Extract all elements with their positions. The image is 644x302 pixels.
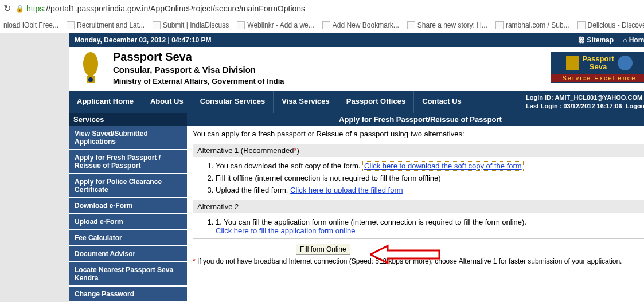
sidebar-item-police-clearance[interactable]: Apply for Police Clearance Certificate [69,174,187,198]
main-panel: Apply for Fresh Passport/Reissue of Pass… [187,113,644,302]
upload-form-link[interactable]: Click here to upload the filled form [290,186,403,194]
content-area: Services View Saved/Submitted Applicatio… [69,113,644,302]
sidebar-item-apply-fresh[interactable]: Apply for Fresh Passport / Reissue of Pa… [69,150,187,174]
url-bar[interactable]: https://portal1.passportindia.gov.in/App… [26,4,305,13]
sidebar-item-upload-eform[interactable]: Upload e-Form [69,214,187,230]
sidebar-header: Services [69,113,187,126]
alt1-step-2: Fill it offline (internet connection is … [216,174,644,182]
sidebar-item-locate-psk[interactable]: Locate Nearest Passport Seva Kendra [69,262,187,287]
bookmark-item[interactable]: rambhai.com / Sub... [495,21,569,29]
alt1-step-3: Upload the filled form. Click here to up… [216,186,644,194]
bookmark-item[interactable]: nload IObit Free... [3,21,58,29]
ministry-label: Ministry of External Affairs, Government… [113,77,284,85]
emblem-small-icon [566,56,579,70]
bookmark-item[interactable]: Share a new story: H... [407,21,487,29]
top-utility-bar: Monday, December 03, 2012 | 04:47:10 PM … [69,33,644,47]
page-icon [577,21,586,29]
alt2-step-1: 1. You can fill the application form onl… [216,218,644,235]
sidebar-item-fee-calculator[interactable]: Fee Calculator [69,230,187,246]
globe-icon [618,56,633,70]
alternative-1-header: Alternative 1 (Recommended*) [193,144,644,157]
page-icon [67,21,75,29]
sidebar-item-change-password[interactable]: Change Password [69,287,187,302]
sidebar-item-download-eform[interactable]: Download e-Form [69,198,187,214]
datetime-label: Monday, December 03, 2012 | 04:47:10 PM [75,36,212,44]
login-info: Login ID: AMIT_HCL001@YAHOO.COM Last Log… [519,91,644,113]
site-subtitle: Consular, Passport & Visa Division [113,65,284,74]
page-icon [153,21,161,29]
nav-consular-services[interactable]: Consular Services [192,91,274,113]
alternative-2-steps: 1. You can fill the application form onl… [216,218,644,235]
disclaimer-text: * If you do not have broadband Internet … [193,257,644,265]
bookmark-item[interactable]: Weblinkr - Add a we... [237,21,314,29]
bookmarks-bar: nload IObit Free... Recruitment and Lat.… [0,17,644,33]
browser-toolbar: ↻ 🔒 https://portal1.passportindia.gov.in… [0,0,644,17]
reload-icon[interactable]: ↻ [3,3,11,14]
bookmark-item[interactable]: Submit | IndiaDiscuss [153,21,229,29]
url-scheme: https [26,4,44,13]
badge-tagline: Service Excellence [551,74,644,82]
sidebar-item-view-applications[interactable]: View Saved/Submitted Applications [69,126,187,150]
alternative-2-header: Alternative 2 [193,200,644,213]
national-emblem-icon [75,49,106,87]
services-sidebar: Services View Saved/Submitted Applicatio… [69,113,187,302]
nav-about-us[interactable]: About Us [142,91,192,113]
main-panel-title: Apply for Fresh Passport/Reissue of Pass… [187,113,644,126]
sidebar-item-document-advisor[interactable]: Document Advisor [69,246,187,262]
passport-seva-badge: PassportSeva Service Excellence [551,52,644,83]
alternative-1-steps: You can download the soft copy of the fo… [216,162,644,194]
page: Monday, December 03, 2012 | 04:47:10 PM … [69,33,644,302]
nav-passport-offices[interactable]: Passport Offices [338,91,414,113]
nav-applicant-home[interactable]: Applicant Home [69,91,142,113]
logout-link[interactable]: Logout [626,103,644,109]
download-form-link[interactable]: Click here to download the soft copy of … [362,161,524,171]
sitemap-link[interactable]: ⛓ Sitemap [578,36,614,44]
page-icon [407,21,415,29]
nav-visa-services[interactable]: Visa Services [274,91,338,113]
page-icon [495,21,504,29]
page-icon [322,21,330,29]
alt1-step-1: You can download the soft copy of the fo… [216,162,644,170]
fill-online-link[interactable]: Click here to fill the application form … [216,226,356,235]
tooltip: Fill form Online [296,244,350,255]
site-title: Passport Seva [113,50,284,64]
url-path: ://portal1.passportindia.gov.in/AppOnlin… [44,4,305,13]
main-nav: Applicant Home About Us Consular Service… [69,91,644,113]
bookmark-item[interactable]: Delicious - Discover [577,21,644,29]
lock-icon: 🔒 [15,5,24,13]
nav-contact-us[interactable]: Contact Us [414,91,470,113]
bookmark-item[interactable]: Add New Bookmark... [322,21,399,29]
intro-text: You can apply for a fresh passport or Re… [193,130,644,138]
home-link[interactable]: ⌂ Home [623,36,644,44]
page-icon [237,21,245,29]
site-header: Passport Seva Consular, Passport & Visa … [69,47,644,91]
svg-point-1 [88,77,93,82]
bookmark-item[interactable]: Recruitment and Lat... [67,21,145,29]
